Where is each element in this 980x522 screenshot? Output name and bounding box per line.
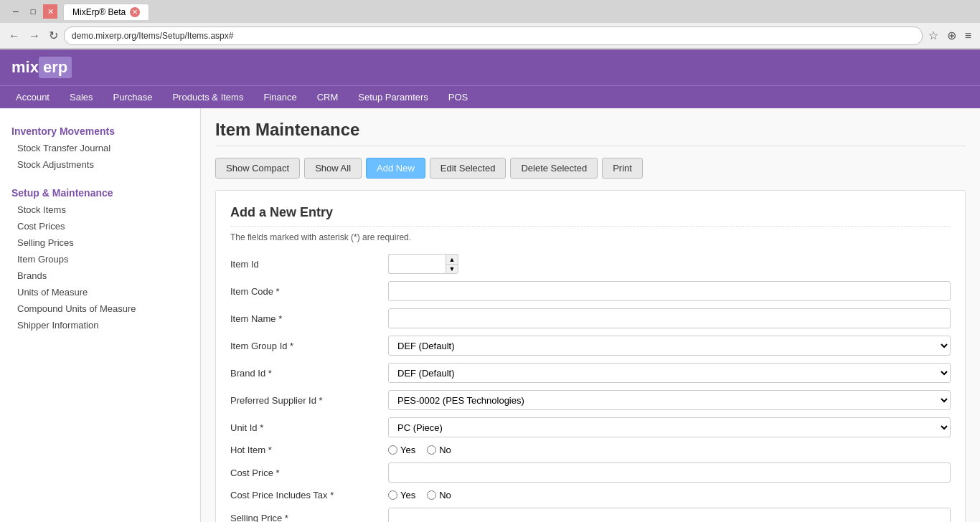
bookmark-button[interactable]: ☆ [925,27,941,44]
nav-item-account[interactable]: Account [6,86,60,108]
field-cost-price-includes-tax: Yes No [388,490,951,500]
sidebar-item-brands[interactable]: Brands [0,267,200,284]
form-row-cost-price-includes-tax: Cost Price Includes Tax * Yes No [230,490,951,500]
field-selling-price [388,508,951,522]
label-preferred-supplier-id: Preferred Supplier Id * [230,395,388,406]
preferred-supplier-id-select[interactable]: PES-0002 (PES Technologies) [388,390,951,410]
cost-price-tax-radio-group: Yes No [388,490,951,500]
item-id-input[interactable] [388,254,446,274]
item-id-decrement[interactable]: ▼ [446,264,458,274]
back-button[interactable]: ← [6,28,23,44]
logo-mix: mix [11,58,39,77]
item-code-input[interactable] [388,281,951,301]
window-minimize-button[interactable]: ─ [9,4,23,19]
field-preferred-supplier-id: PES-0002 (PES Technologies) [388,390,951,410]
selling-price-input[interactable] [388,508,951,522]
field-item-group-id: DEF (Default) [388,336,951,356]
nav-item-pos[interactable]: POS [438,86,478,108]
field-item-id: ▲ ▼ [388,254,951,274]
sidebar-item-stock-items[interactable]: Stock Items [0,201,200,218]
label-cost-price: Cost Price * [230,468,388,478]
show-all-button[interactable]: Show All [304,158,362,179]
form-row-item-id: Item Id ▲ ▼ [230,254,951,274]
sidebar: Inventory Movements Stock Transfer Journ… [0,108,201,522]
form-required-note: The fields marked with asterisk (*) are … [230,232,951,242]
sidebar-item-cost-prices[interactable]: Cost Prices [0,218,200,234]
sidebar-item-compound-units-of-measure[interactable]: Compound Units of Measure [0,300,200,317]
window-close-button[interactable]: ✕ [43,4,57,19]
cost-price-tax-no-radio[interactable] [427,490,436,500]
form-row-selling-price: Selling Price * [230,508,951,522]
label-item-name: Item Name * [230,313,388,324]
sidebar-item-units-of-measure[interactable]: Units of Measure [0,284,200,300]
edit-selected-button[interactable]: Edit Selected [430,158,507,179]
field-hot-item: Yes No [388,445,951,455]
field-unit-id: PC (Piece) [388,417,951,437]
nav-item-purchase[interactable]: Purchase [103,86,163,108]
sidebar-item-selling-prices[interactable]: Selling Prices [0,234,200,251]
sidebar-section-setup-maintenance: Setup & Maintenance [0,181,200,201]
nav-item-sales[interactable]: Sales [60,86,103,108]
item-id-spinner: ▲ ▼ [446,254,458,274]
print-button[interactable]: Print [602,158,643,179]
label-selling-price: Selling Price * [230,513,388,523]
sidebar-section-inventory-movements: Inventory Movements [0,120,200,140]
sidebar-item-stock-transfer-journal[interactable]: Stock Transfer Journal [0,140,200,156]
cost-price-tax-yes-label[interactable]: Yes [388,490,415,500]
label-unit-id: Unit Id * [230,422,388,433]
field-cost-price [388,462,951,483]
form-row-preferred-supplier-id: Preferred Supplier Id * PES-0002 (PES Te… [230,390,951,410]
nav-item-setup-paramters[interactable]: Setup Paramters [348,86,438,108]
extensions-button[interactable]: ⊕ [944,27,959,44]
label-brand-id: Brand Id * [230,368,388,379]
reload-button[interactable]: ↻ [46,27,61,44]
sidebar-item-item-groups[interactable]: Item Groups [0,251,200,267]
label-item-code: Item Code * [230,286,388,297]
hot-item-no-radio[interactable] [427,445,436,455]
address-bar[interactable] [64,27,923,45]
sidebar-item-stock-adjustments[interactable]: Stock Adjustments [0,156,200,173]
item-id-increment[interactable]: ▲ [446,254,458,264]
main-nav: AccountSalesPurchaseProducts & ItemsFina… [0,85,980,108]
nav-item-crm[interactable]: CRM [307,86,349,108]
item-group-id-select[interactable]: DEF (Default) [388,336,951,356]
show-compact-button[interactable]: Show Compact [215,158,300,179]
tab-close-button[interactable]: ✕ [130,7,140,17]
form-row-brand-id: Brand Id * DEF (Default) [230,363,951,383]
form-panel-title: Add a New Entry [230,205,951,227]
browser-tab[interactable]: MixErp® Beta ✕ [63,4,149,20]
form-row-item-group-id: Item Group Id * DEF (Default) [230,336,951,356]
field-brand-id: DEF (Default) [388,363,951,383]
add-new-button[interactable]: Add New [366,158,425,179]
sidebar-item-shipper-information[interactable]: Shipper Information [0,317,200,333]
form-row-item-name: Item Name * [230,308,951,328]
app-header: mix erp [0,49,980,85]
browser-chrome: ─ □ ✕ MixErp® Beta ✕ ← → ↻ ☆ ⊕ ≡ [0,0,980,49]
label-item-id: Item Id [230,259,388,270]
unit-id-select[interactable]: PC (Piece) [388,417,951,437]
label-hot-item: Hot Item * [230,445,388,455]
window-maximize-button[interactable]: □ [26,4,40,19]
cost-price-tax-no-label[interactable]: No [427,490,451,500]
delete-selected-button[interactable]: Delete Selected [510,158,598,179]
hot-item-yes-label[interactable]: Yes [388,445,415,455]
main-content: Item Maintenance Show Compact Show All A… [201,108,980,522]
nav-item-products-items[interactable]: Products & Items [162,86,253,108]
brand-id-select[interactable]: DEF (Default) [388,363,951,383]
browser-controls: ← → ↻ ☆ ⊕ ≡ [0,23,980,49]
field-item-code [388,281,951,301]
form-panel: Add a New Entry The fields marked with a… [215,190,966,522]
cost-price-tax-yes-radio[interactable] [388,490,397,500]
forward-button[interactable]: → [26,28,43,44]
form-row-item-code: Item Code * [230,281,951,301]
menu-button[interactable]: ≡ [962,28,974,44]
hot-item-no-label[interactable]: No [427,445,451,455]
nav-item-finance[interactable]: Finance [253,86,306,108]
form-row-unit-id: Unit Id * PC (Piece) [230,417,951,437]
content-layout: Inventory Movements Stock Transfer Journ… [0,108,980,522]
label-item-group-id: Item Group Id * [230,341,388,351]
cost-price-input[interactable] [388,462,951,483]
item-name-input[interactable] [388,308,951,328]
hot-item-yes-radio[interactable] [388,445,397,455]
field-item-name [388,308,951,328]
